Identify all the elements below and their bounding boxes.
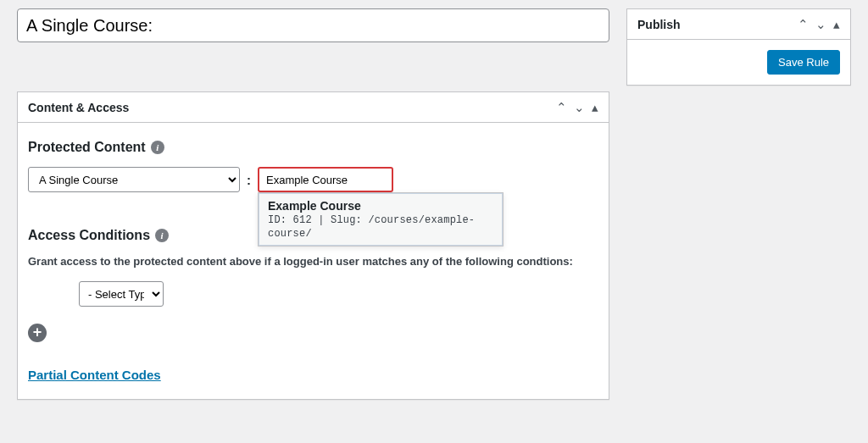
content-access-box: Content & Access ⌃ ⌄ ▴ Protected Content… [17, 91, 609, 400]
content-access-heading: Content & Access [28, 101, 556, 114]
course-search-result[interactable]: Example Course ID: 612 | Slug: /courses/… [259, 193, 503, 246]
protected-content-heading: Protected Content i [28, 140, 598, 155]
result-title: Example Course [268, 199, 493, 213]
publish-handle-actions: ⌃ ⌄ ▴ [798, 18, 840, 30]
move-down-icon[interactable]: ⌄ [815, 18, 826, 30]
access-conditions-description: Grant access to the protected content ab… [28, 255, 598, 268]
publish-header: Publish ⌃ ⌄ ▴ [627, 9, 850, 40]
course-search-dropdown: Example Course ID: 612 | Slug: /courses/… [258, 192, 504, 246]
move-up-icon[interactable]: ⌃ [556, 101, 567, 114]
toggle-panel-icon[interactable]: ▴ [833, 18, 840, 30]
move-up-icon[interactable]: ⌃ [798, 18, 809, 30]
post-title-input[interactable] [17, 8, 609, 42]
condition-type-select[interactable]: - Select Type - [79, 281, 164, 307]
protected-content-row: A Single Course : Example Course ID: 612… [28, 167, 598, 192]
publish-box: Publish ⌃ ⌄ ▴ Save Rule [626, 8, 851, 86]
partial-content-codes-link[interactable]: Partial Content Codes [28, 368, 161, 382]
info-icon[interactable]: i [151, 141, 164, 154]
condition-row: - Select Type - [28, 281, 598, 307]
publish-heading: Publish [637, 18, 798, 31]
info-icon[interactable]: i [155, 229, 169, 242]
save-rule-button[interactable]: Save Rule [767, 50, 840, 75]
course-search-input[interactable] [258, 167, 393, 192]
result-meta: ID: 612 | Slug: /courses/example-course/ [268, 214, 475, 240]
content-access-header: Content & Access ⌃ ⌄ ▴ [18, 92, 609, 123]
content-type-select[interactable]: A Single Course [28, 167, 240, 192]
content-access-handle-actions: ⌃ ⌄ ▴ [556, 101, 598, 114]
separator-colon: : [247, 173, 251, 187]
add-condition-button[interactable]: + [28, 324, 47, 342]
move-down-icon[interactable]: ⌄ [574, 101, 585, 114]
toggle-panel-icon[interactable]: ▴ [592, 101, 598, 114]
